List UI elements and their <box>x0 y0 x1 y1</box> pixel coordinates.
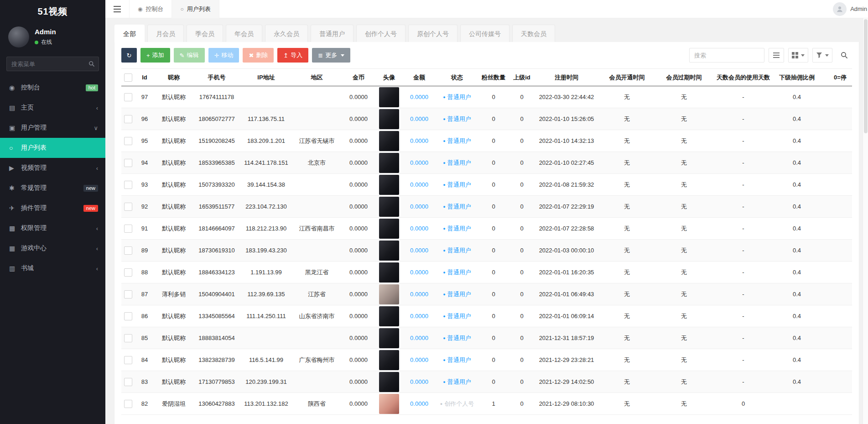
filter-tab-3[interactable]: 年会员 <box>226 25 262 42</box>
filter-tab-2[interactable]: 季会员 <box>187 25 223 42</box>
row-avatar[interactable] <box>379 372 399 392</box>
row-checkbox[interactable] <box>124 312 132 320</box>
sidebar-item-6[interactable]: ▩权限管理‹ <box>0 218 105 238</box>
row-avatar[interactable] <box>379 328 399 348</box>
topbar-tab-1[interactable]: ○用户列表 <box>172 0 219 18</box>
row-checkbox[interactable] <box>124 246 132 255</box>
import-button[interactable]: ↥导入 <box>277 48 308 63</box>
cell-parent: 0 <box>509 108 535 130</box>
filter-tab-5[interactable]: 普通用户 <box>311 25 353 42</box>
row-checkbox[interactable] <box>124 400 132 408</box>
grid-view-button[interactable] <box>788 48 808 63</box>
row-avatar[interactable] <box>379 284 399 304</box>
table-search-input[interactable] <box>689 48 764 63</box>
row-checkbox[interactable] <box>124 378 132 386</box>
amount-link[interactable]: 0.0000 <box>410 400 428 407</box>
amount-link[interactable]: 0.0000 <box>410 269 428 276</box>
status-dot-icon: ● <box>443 358 445 362</box>
sidebar-item-3[interactable]: ▶视频管理‹ <box>0 158 105 178</box>
edit-button[interactable]: ✎编辑 <box>174 48 205 63</box>
row-avatar[interactable] <box>379 394 399 414</box>
sidebar-item-5[interactable]: ✈插件管理new <box>0 198 105 218</box>
row-avatar[interactable] <box>379 350 399 370</box>
row-avatar[interactable] <box>379 241 399 261</box>
admin-avatar[interactable] <box>8 26 29 47</box>
amount-cell: 0.0000 <box>402 174 436 196</box>
add-button[interactable]: +添加 <box>140 48 170 63</box>
row-checkbox[interactable] <box>124 203 132 211</box>
amount-link[interactable]: 0.0000 <box>410 94 428 100</box>
hamburger-icon[interactable] <box>105 0 129 18</box>
row-avatar[interactable] <box>379 131 399 151</box>
delete-button[interactable]: ✖删除 <box>243 48 274 63</box>
row-avatar[interactable] <box>379 197 399 217</box>
row-checkbox[interactable] <box>124 159 132 167</box>
topbar-tab-0[interactable]: ◉控制台 <box>129 0 172 18</box>
cell-id: 88 <box>135 262 154 283</box>
row-checkbox[interactable] <box>124 334 132 342</box>
amount-link[interactable]: 0.0000 <box>410 225 428 232</box>
sidebar-item-7[interactable]: ▦游戏中心‹ <box>0 238 105 258</box>
select-all-checkbox[interactable] <box>124 73 132 82</box>
amount-link[interactable]: 0.0000 <box>410 335 428 341</box>
filter-tab-7[interactable]: 原创个人号 <box>408 25 457 42</box>
filter-tab-4[interactable]: 永久会员 <box>265 25 308 42</box>
row-checkbox[interactable] <box>124 93 132 101</box>
cell-disabled-flag <box>820 152 852 174</box>
row-checkbox[interactable] <box>124 290 132 298</box>
cell-phone: 18730619310 <box>193 240 240 262</box>
amount-link[interactable]: 0.0000 <box>410 137 428 144</box>
cell-fans: 0 <box>478 196 509 218</box>
cell-fans: 0 <box>478 349 509 371</box>
row-checkbox[interactable] <box>124 181 132 189</box>
filter-sort-button[interactable] <box>812 48 832 63</box>
user-avatar[interactable] <box>833 2 847 16</box>
filter-tab-9[interactable]: 天数会员 <box>512 25 555 42</box>
topbar-tab-label: 用户列表 <box>187 5 211 13</box>
row-avatar[interactable] <box>379 175 399 195</box>
row-avatar[interactable] <box>379 306 399 326</box>
admin-name: Admin <box>35 28 56 36</box>
sidebar-item-1[interactable]: ▤主页‹ <box>0 98 105 118</box>
amount-link[interactable]: 0.0000 <box>410 115 428 122</box>
amount-link[interactable]: 0.0000 <box>410 291 428 298</box>
row-avatar[interactable] <box>379 262 399 283</box>
sidebar-item-8[interactable]: ▥书城‹ <box>0 258 105 278</box>
more-button[interactable]: ≣更多 <box>312 48 350 63</box>
amount-link[interactable]: 0.0000 <box>410 247 428 254</box>
row-checkbox[interactable] <box>124 356 132 364</box>
cell-nick: 默认昵称 <box>154 305 193 327</box>
filter-tab-1[interactable]: 月会员 <box>147 25 184 42</box>
amount-link[interactable]: 0.0000 <box>410 159 428 166</box>
filter-tab-6[interactable]: 创作个人号 <box>356 25 405 42</box>
sidebar-item-0[interactable]: ◉控制台hot <box>0 78 105 98</box>
amount-link[interactable]: 0.0000 <box>410 378 428 385</box>
cell-commission: 0.4 <box>774 174 820 196</box>
list-view-button[interactable] <box>769 48 784 63</box>
move-button[interactable]: ✛移动 <box>208 48 239 63</box>
sidebar-item-4[interactable]: ✱常规管理new <box>0 178 105 198</box>
row-avatar[interactable] <box>379 153 399 173</box>
sidebar-subitem-0[interactable]: ○用户列表 <box>0 138 105 158</box>
row-checkbox[interactable] <box>124 268 132 277</box>
row-checkbox[interactable] <box>124 115 132 123</box>
amount-link[interactable]: 0.0000 <box>410 356 428 363</box>
filter-tab-8[interactable]: 公司传媒号 <box>460 25 509 42</box>
users-icon: ▣ <box>9 124 21 131</box>
amount-link[interactable]: 0.0000 <box>410 203 428 210</box>
sidebar-item-2[interactable]: ▣用户管理∨ <box>0 118 105 138</box>
vertical-scrollbar[interactable] <box>863 18 868 424</box>
row-checkbox[interactable] <box>124 225 132 233</box>
row-avatar[interactable] <box>379 219 399 239</box>
refresh-button[interactable]: ↻ <box>121 48 137 63</box>
row-avatar[interactable] <box>379 87 399 107</box>
search-button[interactable] <box>837 48 852 63</box>
scrollbar-thumb[interactable] <box>864 19 868 133</box>
menu-search-input[interactable] <box>6 57 99 71</box>
row-avatar[interactable] <box>379 109 399 129</box>
filter-tab-0[interactable]: 全部 <box>114 25 145 42</box>
row-checkbox[interactable] <box>124 137 132 145</box>
amount-link[interactable]: 0.0000 <box>410 181 428 188</box>
table-row: 94默认昵称18533965385114.241.178.151北京市0.000… <box>121 152 852 174</box>
amount-link[interactable]: 0.0000 <box>410 313 428 319</box>
